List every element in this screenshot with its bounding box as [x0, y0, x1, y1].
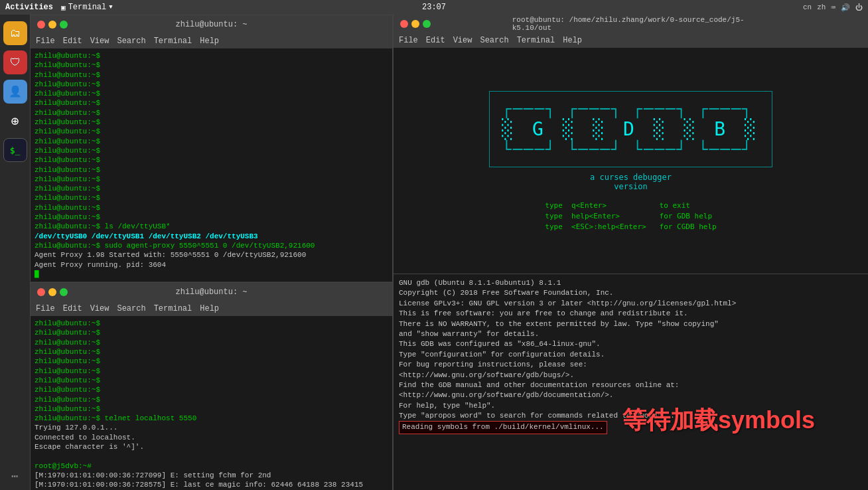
terminal-bottom-left: zhilu@ubuntu: ~ File Edit View Search Te…: [30, 282, 393, 490]
menu-terminal-bottom-left[interactable]: Terminal: [154, 304, 192, 313]
right-terminal-bottom[interactable]: GNU gdb (Ubuntu 8.1.1-0ubuntu1) 8.1.1 Co…: [394, 274, 868, 490]
terminal-body-top-left[interactable]: zhilu@ubuntu:~$ zhilu@ubuntu:~$ zhilu@ub…: [31, 48, 392, 282]
terminal-line: zhilu@ubuntu:~$: [35, 146, 388, 155]
terminal-sidebar-icon: $_: [10, 145, 21, 155]
sidebar-item-antivirus[interactable]: 🛡: [3, 50, 27, 74]
terminal-line: zhilu@ubuntu:~$: [35, 155, 388, 165]
minimize-button-top-left[interactable]: [48, 21, 56, 29]
terminal-line: zhilu@ubuntu:~$: [35, 70, 388, 80]
gdb-reading-line: Reading symbols from ./build/kernel/vmli…: [399, 421, 607, 434]
left-terminals: zhilu@ubuntu: ~ File Edit View Search Te…: [30, 15, 393, 490]
right-terminal-top: root@ubuntu: /home/zhilu.zhang/work/0-so…: [394, 15, 868, 274]
system-bar-right: cn zh ⌨ 🔊 ⏻: [803, 3, 863, 12]
menu-edit-bottom-left[interactable]: Edit: [63, 304, 82, 313]
chrome-icon: ⊕: [11, 113, 19, 129]
agent-line2: Agent Proxy running. pid: 3604: [35, 260, 388, 270]
gdb-copyright: Copyright (C) 2018 Free Software Foundat…: [399, 288, 863, 298]
minimize-button-bottom-left[interactable]: [48, 288, 56, 296]
menubar-bottom-left: File Edit View Search Terminal Help: [31, 301, 392, 316]
gdb-manual-intro: Find the GDB manual and other documentat…: [399, 380, 863, 390]
menu-help-right[interactable]: Help: [563, 36, 582, 45]
menu-file-top-left[interactable]: File: [36, 37, 55, 46]
terminal-line: zhilu@ubuntu:~$: [35, 203, 388, 212]
menu-view-right[interactable]: View: [453, 36, 472, 45]
terminal-line: zhilu@ubuntu:~$: [35, 60, 388, 70]
terminal-label: Terminal: [68, 3, 107, 12]
menu-search-top-left[interactable]: Search: [117, 37, 145, 46]
menu-terminal-right[interactable]: Terminal: [517, 36, 555, 45]
close-button-right[interactable]: [400, 20, 408, 28]
sidebar-item-chrome[interactable]: ⊕: [3, 109, 27, 133]
maximize-button-right[interactable]: [423, 20, 431, 28]
terminal-line: zhilu@ubuntu:~$: [35, 367, 388, 376]
terminal-line: zhilu@ubuntu:~$: [35, 127, 388, 136]
gdb-warranty: There is NO WARRANTY, to the extent perm…: [399, 319, 863, 329]
terminal-line: zhilu@ubuntu:~$: [35, 118, 388, 127]
maximize-button-top-left[interactable]: [60, 21, 68, 29]
sidebar: 🗂 🛡 👤 ⊕ $_ ⋯: [0, 15, 30, 490]
terminal-titlebar-bottom-left: zhilu@ubuntu: ~: [31, 283, 392, 301]
menu-terminal-top-left[interactable]: Terminal: [154, 37, 192, 46]
folder-icon: 🗂: [10, 27, 21, 40]
lang-zh[interactable]: zh: [817, 3, 826, 11]
title-top-left: zhilu@ubuntu: ~: [175, 20, 247, 29]
terminal-top-left: zhilu@ubuntu: ~ File Edit View Search Te…: [30, 15, 393, 282]
menubar-right: File Edit View Search Terminal Help: [394, 33, 868, 48]
menubar-top-left: File Edit View Search Terminal Help: [31, 34, 392, 48]
terminal-line: zhilu@ubuntu:~$: [35, 328, 388, 337]
menu-view-top-left[interactable]: View: [90, 37, 109, 46]
person-icon: 👤: [9, 85, 22, 98]
gdb-license: License GPLv3+: GNU GPL version 3 or lat…: [399, 299, 863, 309]
menu-edit-top-left[interactable]: Edit: [63, 37, 82, 46]
gdb-subtitle2: version: [614, 182, 648, 191]
menu-search-bottom-left[interactable]: Search: [117, 304, 145, 313]
activities-button[interactable]: Activities: [5, 3, 53, 12]
menu-edit-right[interactable]: Edit: [426, 36, 445, 45]
terminal-line: zhilu@ubuntu:~$: [35, 80, 388, 89]
terminal-body-bottom-left[interactable]: zhilu@ubuntu:~$ zhilu@ubuntu:~$ zhilu@ub…: [31, 316, 392, 490]
close-button-top-left[interactable]: [37, 21, 45, 29]
menu-help-top-left[interactable]: Help: [200, 37, 219, 46]
dropdown-icon: ▼: [109, 4, 112, 11]
gdb-commands-list: type q<Enter> to exit type help<Enter> f…: [545, 201, 716, 231]
menu-search-right[interactable]: Search: [480, 36, 508, 45]
volume-icon: 🔊: [841, 3, 850, 12]
gdb-subtitle1: a curses debugger: [590, 173, 672, 182]
terminal-indicator[interactable]: ▣ Terminal ▼: [61, 3, 113, 12]
log-line1: [M:1970:01:01:00:00:36:727099] E: settin…: [35, 471, 388, 480]
sidebar-item-user[interactable]: 👤: [3, 80, 27, 104]
sidebar-item-files[interactable]: 🗂: [3, 21, 27, 45]
terminal-line: zhilu@ubuntu:~$: [35, 395, 388, 404]
gdb-cmd1: type q<Enter> to exit: [545, 201, 716, 210]
sidebar-item-terminal[interactable]: $_: [3, 138, 27, 162]
chinese-waiting-text: 等待加载symbols: [622, 404, 815, 437]
terminal-line: zhilu@ubuntu:~$: [35, 338, 388, 347]
maximize-button-bottom-left[interactable]: [60, 288, 68, 296]
sidebar-apps-dots[interactable]: ⋯: [11, 469, 19, 483]
gdb-bug-intro: For bug reporting instructions, please s…: [399, 360, 863, 370]
menu-file-bottom-left[interactable]: File: [36, 304, 55, 313]
terminal-line: zhilu@ubuntu:~$: [35, 51, 388, 60]
menu-view-bottom-left[interactable]: View: [90, 304, 109, 313]
terminal-line: zhilu@ubuntu:~$: [35, 193, 388, 203]
terminal-titlebar-top-left: zhilu@ubuntu: ~: [31, 15, 392, 34]
gdb-art-line2: ░ G ░ ░ D ░ ░ B ░: [502, 118, 760, 140]
menu-file-right[interactable]: File: [399, 36, 418, 45]
gdb-configured: This GDB was configured as "x86_64-linux…: [399, 339, 863, 349]
close-button-bottom-left[interactable]: [37, 288, 45, 296]
lang-cn[interactable]: cn: [803, 3, 812, 11]
log-line2: [M:1970:01:01:00:00:36:728575] E: last c…: [35, 480, 388, 489]
terminal-line: zhilu@ubuntu:~$: [35, 319, 388, 328]
gdb-content: ┌───┐ ┌───┐ ┌───┐ ┌───┐ ░ G ░ ░ D ░ ░ B …: [394, 48, 868, 274]
gdb-bug-url: <http://www.gnu.org/software/gdb/bugs/>.: [399, 370, 863, 380]
terminal-line: zhilu@ubuntu:~$: [35, 89, 388, 98]
minimize-button-right[interactable]: [411, 20, 419, 28]
gdb-art-line1: ┌───┐ ┌───┐ ┌───┐ ┌───┐: [502, 100, 760, 118]
empty-line: [35, 451, 388, 461]
title-right: root@ubuntu: /home/zhilu.zhang/work/0-so…: [512, 16, 750, 32]
terminal-line: zhilu@ubuntu:~$: [35, 175, 388, 184]
menu-help-bottom-left[interactable]: Help: [200, 304, 219, 313]
telnet-line3: Escape character is '^]'.: [35, 442, 388, 451]
ls-result-line: /dev/ttyUSB0 /dev/ttyUSB1 /dev/ttyUSB2 /…: [35, 232, 388, 241]
terminal-line: zhilu@ubuntu:~$: [35, 212, 388, 222]
